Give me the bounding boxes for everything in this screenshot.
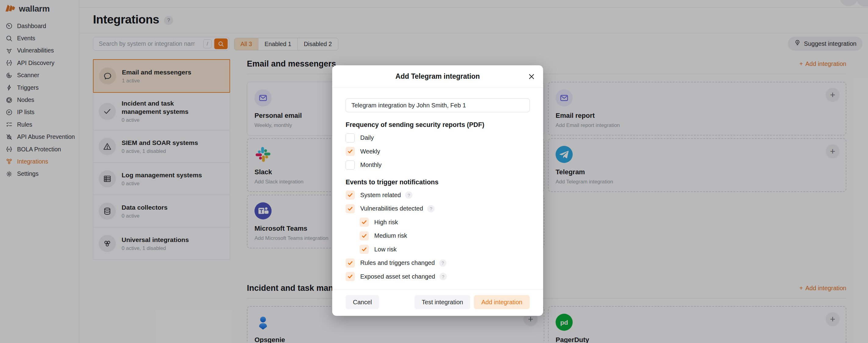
rules-triggers-checkbox[interactable] (346, 258, 355, 268)
medium-risk-checkbox[interactable] (360, 231, 369, 240)
help-icon[interactable]: ? (427, 205, 435, 212)
high-risk-checkbox[interactable] (360, 218, 369, 227)
checkbox-row-rules-triggers: Rules and triggers changed ? (346, 258, 530, 268)
daily-checkbox[interactable] (346, 133, 355, 143)
help-icon[interactable]: ? (439, 273, 447, 280)
events-heading: Events to trigger notifications (346, 178, 530, 186)
add-telegram-modal: Add Telegram integration Frequency of se… (332, 65, 543, 316)
help-icon[interactable]: ? (405, 191, 412, 199)
checkbox-row-exposed-assets: Exposed asset set changed ? (346, 272, 530, 281)
low-risk-checkbox[interactable] (360, 245, 369, 254)
monthly-checkbox[interactable] (346, 161, 355, 170)
integration-name-input[interactable] (346, 98, 530, 112)
weekly-checkbox[interactable] (346, 147, 355, 156)
exposed-assets-checkbox[interactable] (346, 272, 355, 281)
cancel-button[interactable]: Cancel (346, 295, 379, 309)
checkbox-row-vulnerabilities-detected: Vulnerabilities detected ? (346, 204, 530, 213)
checkbox-row-system-related: System related ? (346, 191, 530, 200)
checkbox-row-weekly: Weekly (346, 147, 530, 156)
modal-title: Add Telegram integration (396, 72, 480, 81)
checkbox-row-monthly: Monthly (346, 161, 530, 170)
system-related-checkbox[interactable] (346, 191, 355, 200)
test-integration-button[interactable]: Test integration (414, 295, 471, 309)
close-icon[interactable] (527, 72, 536, 81)
integrations-page: wallarm Dashboard Events Vulnerabilities… (0, 0, 868, 343)
help-icon[interactable]: ? (439, 259, 446, 267)
vulnerabilities-detected-checkbox[interactable] (346, 204, 355, 213)
checkbox-row-medium-risk: Medium risk (360, 231, 530, 240)
checkbox-row-low-risk: Low risk (360, 245, 530, 254)
add-integration-button[interactable]: Add integration (474, 295, 530, 309)
frequency-heading: Frequency of sending security reports (P… (346, 121, 530, 129)
checkbox-row-high-risk: High risk (360, 218, 530, 227)
checkbox-row-daily: Daily (346, 133, 530, 143)
